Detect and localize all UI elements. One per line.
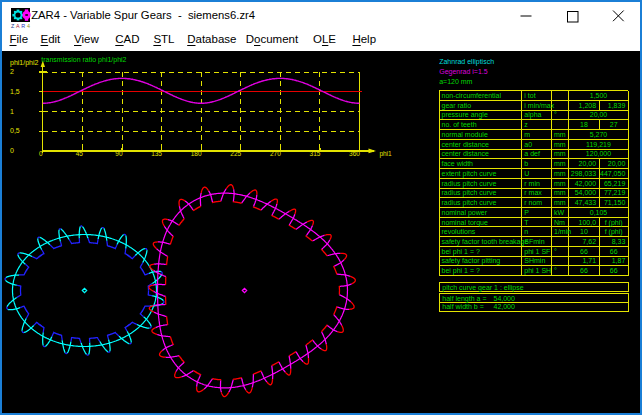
svg-text:phi 1 SH: phi 1 SH — [524, 267, 551, 275]
svg-text:10: 10 — [580, 228, 588, 235]
svg-text:1,839: 1,839 — [608, 102, 626, 109]
svg-text:nominal torque: nominal torque — [442, 219, 488, 227]
svg-text:radius pitch curve: radius pitch curve — [442, 189, 497, 197]
svg-text:315: 315 — [310, 150, 321, 157]
svg-text:revolutions: revolutions — [442, 228, 476, 235]
svg-text:54,000: 54,000 — [494, 295, 516, 302]
svg-text:center distance: center distance — [442, 150, 490, 157]
svg-text:360: 360 — [349, 150, 360, 157]
svg-text:pitch curve gear 1 : ellipse: pitch curve gear 1 : ellipse — [442, 284, 523, 292]
svg-text:phi1/phi2: phi1/phi2 — [10, 59, 39, 67]
svg-text:P: P — [524, 209, 529, 216]
svg-text:66: 66 — [610, 267, 618, 274]
svg-text:kW: kW — [554, 209, 565, 216]
svg-text:1,87: 1,87 — [612, 257, 626, 264]
svg-text:0,5: 0,5 — [10, 127, 20, 134]
svg-text:1,500: 1,500 — [590, 92, 608, 99]
svg-text:66: 66 — [580, 248, 588, 255]
svg-text:safety factor tooth breakage: safety factor tooth breakage — [442, 238, 529, 246]
svg-text:phi 1 SF: phi 1 SF — [524, 248, 550, 256]
svg-text:mm: mm — [554, 189, 566, 196]
svg-text:27: 27 — [610, 121, 618, 128]
svg-text:298,033: 298,033 — [571, 170, 596, 177]
svg-text:1: 1 — [10, 108, 14, 115]
svg-text:U: U — [524, 170, 529, 177]
svg-text:half width b =: half width b = — [442, 303, 483, 310]
svg-text:0: 0 — [10, 147, 14, 154]
svg-text:42,000: 42,000 — [575, 180, 597, 187]
svg-text:20,00: 20,00 — [579, 160, 597, 167]
svg-text:Gegenrad i=1.5: Gegenrad i=1.5 — [439, 68, 488, 76]
svg-text:mm: mm — [554, 199, 566, 206]
svg-text:18: 18 — [580, 121, 588, 128]
svg-text:45: 45 — [76, 150, 84, 157]
svg-text:180: 180 — [191, 150, 202, 157]
svg-text:47,433: 47,433 — [575, 199, 597, 206]
svg-text:safety factor pitting: safety factor pitting — [442, 257, 501, 265]
svg-text:2: 2 — [10, 68, 14, 75]
svg-text:bei phi 1 = ?: bei phi 1 = ? — [442, 267, 480, 275]
svg-text:radius pitch curve: radius pitch curve — [442, 180, 497, 188]
svg-text:1,5: 1,5 — [10, 88, 20, 95]
svg-text:bei phi 1 = ?: bei phi 1 = ? — [442, 248, 480, 256]
svg-text:120,000: 120,000 — [586, 150, 611, 157]
svg-text:°: ° — [554, 248, 557, 255]
svg-text:1,208: 1,208 — [579, 102, 597, 109]
svg-text:pressure angle: pressure angle — [442, 111, 488, 119]
svg-text:119,219: 119,219 — [586, 141, 611, 148]
svg-text:nominal power: nominal power — [442, 209, 488, 217]
svg-text:°: ° — [554, 267, 557, 274]
svg-text:a0: a0 — [524, 141, 532, 148]
svg-text:270: 270 — [270, 150, 281, 157]
svg-text:135: 135 — [151, 150, 162, 157]
svg-text:r min: r min — [524, 180, 540, 187]
svg-text:center distance: center distance — [442, 141, 490, 148]
svg-text:42,000: 42,000 — [494, 303, 516, 310]
svg-text:non-circumferential: non-circumferential — [442, 92, 502, 99]
svg-text:phi1: phi1 — [379, 150, 392, 158]
svg-text:alpha: alpha — [524, 111, 541, 119]
svg-text:7,62: 7,62 — [582, 238, 596, 245]
svg-text:54,000: 54,000 — [575, 189, 597, 196]
svg-text:a=120 mm: a=120 mm — [439, 78, 472, 85]
svg-text:0,105: 0,105 — [590, 209, 608, 216]
svg-text:normal module: normal module — [442, 131, 488, 138]
svg-text:90: 90 — [115, 150, 123, 157]
svg-text:f (phi): f (phi) — [605, 228, 623, 236]
svg-text:66: 66 — [580, 267, 588, 274]
svg-text:Nm: Nm — [554, 219, 565, 226]
svg-text:100,0: 100,0 — [579, 219, 597, 226]
svg-text:transmission ratio phi1/phi2: transmission ratio phi1/phi2 — [41, 56, 126, 64]
svg-text:225: 225 — [230, 150, 241, 157]
svg-text:i min/max: i min/max — [524, 102, 554, 109]
svg-text:20,00: 20,00 — [590, 111, 608, 118]
svg-text:z: z — [524, 121, 528, 128]
svg-text:mm: mm — [554, 170, 566, 177]
svg-text:b: b — [524, 160, 528, 167]
svg-text:mm: mm — [554, 180, 566, 187]
svg-text:r nom: r nom — [524, 199, 542, 206]
svg-text:66: 66 — [610, 248, 618, 255]
svg-text:m: m — [524, 131, 530, 138]
svg-text:extent pitch curve: extent pitch curve — [442, 170, 497, 178]
svg-text:T: T — [524, 219, 529, 226]
svg-text:°: ° — [554, 111, 557, 118]
svg-text:mm: mm — [554, 141, 566, 148]
svg-text:a def: a def — [524, 150, 540, 157]
svg-text:SHmin: SHmin — [524, 257, 545, 264]
svg-text:mm: mm — [554, 131, 566, 138]
svg-text:8,33: 8,33 — [612, 238, 626, 245]
svg-text:n: n — [524, 228, 528, 235]
svg-text:face width: face width — [442, 160, 474, 167]
svg-text:77,219: 77,219 — [604, 189, 626, 196]
svg-text:gear ratio: gear ratio — [442, 102, 472, 110]
svg-text:no. of teeth: no. of teeth — [442, 121, 477, 128]
svg-text:i tot: i tot — [524, 92, 535, 99]
svg-text:65,219: 65,219 — [604, 180, 626, 187]
svg-text:half length a =: half length a = — [442, 295, 486, 303]
svg-text:f (phi): f (phi) — [605, 219, 623, 227]
svg-text:mm: mm — [554, 160, 566, 167]
svg-text:Zahnrad elliptisch: Zahnrad elliptisch — [439, 58, 494, 66]
svg-text:5,270: 5,270 — [590, 131, 608, 138]
svg-text:radius pitch curve: radius pitch curve — [442, 199, 497, 207]
